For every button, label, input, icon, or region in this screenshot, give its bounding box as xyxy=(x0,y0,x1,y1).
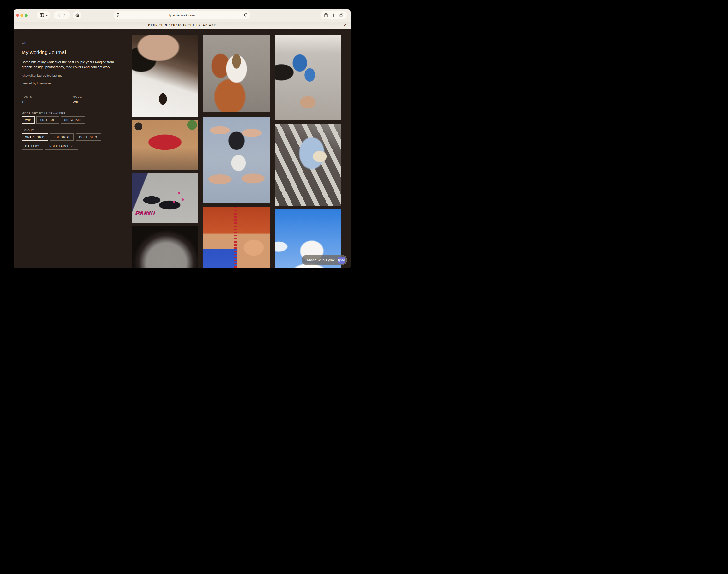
toolbar-right-group xyxy=(320,11,347,19)
page-title: My working Journal xyxy=(22,49,122,55)
post-photo[interactable] xyxy=(275,124,341,206)
sidebar-divider xyxy=(22,89,122,89)
history-nav-group xyxy=(53,11,70,19)
chevron-down-icon xyxy=(46,14,48,16)
studio-sidebar: WIP My working Journal Some bits of my w… xyxy=(22,29,122,150)
layout-button-gallery[interactable]: GALLERY xyxy=(22,142,43,150)
close-window-button[interactable] xyxy=(16,14,19,17)
sidebar-toggle-button[interactable] xyxy=(37,11,50,19)
lylac-logo: lylac xyxy=(338,256,345,264)
open-in-app-link[interactable]: OPEN THIS STUDIO IN THE LYLAC APP xyxy=(148,24,216,27)
post-photo[interactable] xyxy=(275,35,341,120)
mode-set-by-label: MODE SET BY LUKEWALKER xyxy=(22,112,122,115)
safari-window: lylacnetwork.com xyxy=(14,9,351,268)
layout-button-editorial[interactable]: EDITORIAL xyxy=(50,133,74,140)
settings-button[interactable] xyxy=(73,11,81,19)
browser-toolbar: lylacnetwork.com xyxy=(14,9,351,22)
post-photo[interactable] xyxy=(132,120,198,170)
post-photo[interactable]: PAIN!! xyxy=(132,173,198,223)
url-text: lylacnetwork.com xyxy=(169,13,195,17)
studio-description: Some bits of my work over the past coupl… xyxy=(22,60,122,70)
layout-label: LAYOUT xyxy=(22,129,122,132)
reader-view-icon[interactable] xyxy=(116,13,120,17)
back-button[interactable] xyxy=(58,13,60,17)
last-edited-line: lukewalker last edited last mo xyxy=(22,74,122,77)
layout-button-index-archive[interactable]: INDEX / ARCHIVE xyxy=(45,142,78,150)
mode-button-critique[interactable]: CRITIQUE xyxy=(37,116,59,124)
posts-stat: POSTS 12 xyxy=(22,95,73,104)
address-bar[interactable]: lylacnetwork.com xyxy=(114,11,251,19)
post-photo[interactable] xyxy=(132,226,198,268)
mode-button-showcase[interactable]: SHOWCASE xyxy=(61,116,86,124)
grid-column-1: PAIN!! xyxy=(132,35,198,268)
reload-icon[interactable] xyxy=(244,13,247,17)
pain-caption: PAIN!! xyxy=(135,209,155,217)
mode-label: MODE xyxy=(73,95,122,98)
gear-icon xyxy=(75,13,79,17)
mode-stat: MODE WIP xyxy=(73,95,122,104)
badge-text: Made with Lylac xyxy=(307,258,335,262)
post-photo[interactable] xyxy=(203,117,270,203)
grid-column-2 xyxy=(203,35,270,268)
post-photo[interactable] xyxy=(203,207,270,268)
made-with-lylac-badge[interactable]: Made with Lylac lylac xyxy=(302,255,347,265)
new-tab-button[interactable] xyxy=(332,13,335,17)
created-by-line: created by lukewalker xyxy=(22,81,122,85)
share-icon[interactable] xyxy=(324,13,328,17)
studio-page: WIP My working Journal Some bits of my w… xyxy=(14,29,351,268)
mode-button-row: WIP CRITIQUE SHOWCASE xyxy=(22,116,122,124)
posts-value: 12 xyxy=(22,100,73,104)
layout-button-smart-grid[interactable]: SMART GRID xyxy=(22,133,48,140)
layout-button-row: SMART GRID EDITORIAL PORTFOLIO GALLERY I… xyxy=(22,133,122,150)
banner-close-icon[interactable]: ✕ xyxy=(344,23,347,27)
post-photo[interactable] xyxy=(203,35,270,112)
sidebar-icon xyxy=(40,13,44,17)
forward-button[interactable] xyxy=(64,13,66,17)
studio-stats: POSTS 12 MODE WIP xyxy=(22,95,122,104)
post-photo[interactable] xyxy=(132,35,198,117)
mode-tag: WIP xyxy=(22,42,122,45)
mode-button-wip[interactable]: WIP xyxy=(22,116,35,124)
open-in-app-banner: OPEN THIS STUDIO IN THE LYLAC APP ✕ xyxy=(14,22,351,29)
posts-label: POSTS xyxy=(22,95,73,98)
tab-overview-icon[interactable] xyxy=(339,13,343,17)
zoom-window-button[interactable] xyxy=(25,14,28,17)
minimize-window-button[interactable] xyxy=(21,14,23,17)
window-controls xyxy=(16,14,28,17)
grid-column-3 xyxy=(275,35,341,268)
mode-value: WIP xyxy=(73,100,122,104)
layout-button-portfolio[interactable]: PORTFOLIO xyxy=(76,133,101,140)
